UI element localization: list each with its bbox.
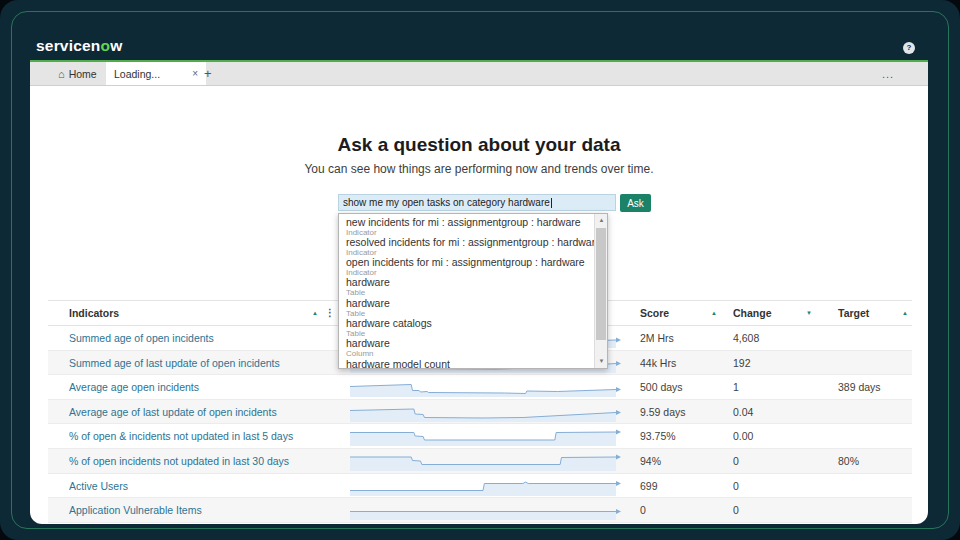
suggestion-label: new incidents for mi : assignmentgroup :… [346,217,607,227]
change-value: 0 [733,498,739,523]
logo-text-end: w [110,37,122,54]
score-value: 0 [640,498,646,523]
suggestion-item[interactable]: hardware model count [339,356,607,369]
trend-sparkline [350,451,622,471]
table-row[interactable]: % of open & incidents not updated in las… [48,424,912,449]
indicator-link[interactable]: Summed age of last update of open incide… [69,351,280,376]
suggestion-label: hardware model count [346,359,607,369]
sort-asc-icon[interactable]: ▲ [312,301,318,325]
indicator-link[interactable]: % of open incidents not updated in last … [69,449,289,474]
sparkline-arrow-icon [616,454,621,459]
col-change[interactable]: Change [733,301,772,325]
servicenow-logo: servicenow [36,37,122,55]
suggestion-item[interactable]: resolved incidents for mi : assignmentgr… [339,234,607,254]
score-value: 500 days [640,375,683,400]
sparkline-arrow-icon [616,509,621,514]
change-value: 0 [733,474,739,499]
text-cursor [551,198,552,208]
sparkline-arrow-icon [616,430,621,435]
table-row[interactable]: Application Vulnerable Items00 [48,498,912,523]
scroll-down-icon[interactable]: ▼ [595,355,608,368]
score-value: 44k Hrs [640,351,676,376]
suggestion-item[interactable]: hardwareColumn [339,336,607,356]
suggestion-item[interactable]: hardwareTable [339,275,607,295]
tab-overflow-menu[interactable]: ... [882,62,894,85]
indicator-link[interactable]: Average age of last update of open incid… [69,400,277,425]
suggestion-label: hardware [346,298,607,308]
suggestion-label: open incidents for mi : assignmentgroup … [346,257,607,267]
score-value: 94% [640,449,661,474]
col-target[interactable]: Target [838,301,869,325]
target-value: 80% [838,449,859,474]
page-title: Ask a question about your data [30,134,928,156]
app-frame: servicenow ? ⌂ Home Loading... × + ... A… [0,0,960,540]
score-value: 93.75% [640,424,676,449]
suggestions-dropdown: new incidents for mi : assignmentgroup :… [338,213,608,369]
trend-sparkline [350,426,622,446]
change-value: 1 [733,375,739,400]
sparkline-arrow-icon [616,337,621,342]
question-input[interactable]: show me my open tasks on category hardwa… [338,194,616,211]
indicator-link[interactable]: Summed age of open incidents [69,326,214,351]
table-row[interactable]: Active Users6990 [48,474,912,499]
change-value: 192 [733,351,751,376]
logo-green-o: o [101,37,111,54]
scroll-up-icon[interactable]: ▲ [595,214,608,227]
sort-asc-icon[interactable]: ▲ [902,301,908,325]
indicator-link[interactable]: % of open & incidents not updated in las… [69,424,293,449]
trend-sparkline [350,476,622,496]
indicator-link[interactable]: Active Users [69,474,128,499]
suggestion-item[interactable]: new incidents for mi : assignmentgroup :… [339,214,607,234]
indicator-link[interactable]: Application Vulnerable Items [69,498,202,523]
score-value: 699 [640,474,658,499]
suggestion-label: hardware [346,277,607,287]
help-icon[interactable]: ? [903,42,915,54]
target-value: 389 days [838,375,881,400]
suggestion-label: hardware catalogs [346,318,607,328]
trend-sparkline [350,500,622,520]
suggestion-label: hardware [346,338,607,348]
sparkline-arrow-icon [616,480,621,485]
score-value: 2M Hrs [640,326,674,351]
tab-home-label: Home [69,68,97,80]
page-subtitle: You can see how things are performing no… [30,162,928,176]
tab-loading-label: Loading... [114,68,160,80]
sort-desc-icon[interactable]: ▼ [806,301,812,325]
sort-asc-icon[interactable]: ▲ [711,301,717,325]
suggestion-list: new incidents for mi : assignmentgroup :… [339,214,607,369]
tab-loading[interactable]: Loading... × [106,62,206,85]
dropdown-scrollbar[interactable]: ▲ ▼ [594,214,607,368]
sparkline-arrow-icon [616,410,621,415]
kebab-menu-icon[interactable]: ⋮ [325,301,335,325]
score-value: 9.59 days [640,400,686,425]
trend-sparkline [350,402,622,422]
col-indicators[interactable]: Indicators [69,301,119,325]
logo-text: servicen [36,37,101,54]
change-value: 0.04 [733,400,753,425]
sparkline-arrow-icon [616,387,621,392]
suggestion-item[interactable]: hardwareTable [339,295,607,315]
suggestion-item[interactable]: open incidents for mi : assignmentgroup … [339,255,607,275]
ask-button[interactable]: Ask [620,194,651,212]
sparkline-arrow-icon [616,360,621,365]
indicator-link[interactable]: Average age open incidents [69,375,199,400]
suggestion-label: resolved incidents for mi : assignmentgr… [346,237,607,247]
browser-window: ⌂ Home Loading... × + ... Ask a question… [30,62,928,524]
table-row[interactable]: % of open incidents not updated in last … [48,449,912,474]
change-value: 0.00 [733,424,753,449]
question-input-value: show me my open tasks on category hardwa… [343,197,550,208]
table-row[interactable]: Average age open incidents500 days1389 d… [48,375,912,400]
change-value: 0 [733,449,739,474]
suggestion-item[interactable]: hardware catalogsTable [339,315,607,335]
col-score[interactable]: Score [640,301,669,325]
change-value: 4,608 [733,326,759,351]
home-icon: ⌂ [58,68,65,80]
new-tab-button[interactable]: + [198,62,218,85]
trend-sparkline [350,377,622,397]
tab-home[interactable]: ⌂ Home [48,62,107,85]
tab-bar: ⌂ Home Loading... × + ... [30,62,928,86]
table-row[interactable]: Average age of last update of open incid… [48,400,912,425]
scrollbar-thumb[interactable] [596,228,606,340]
